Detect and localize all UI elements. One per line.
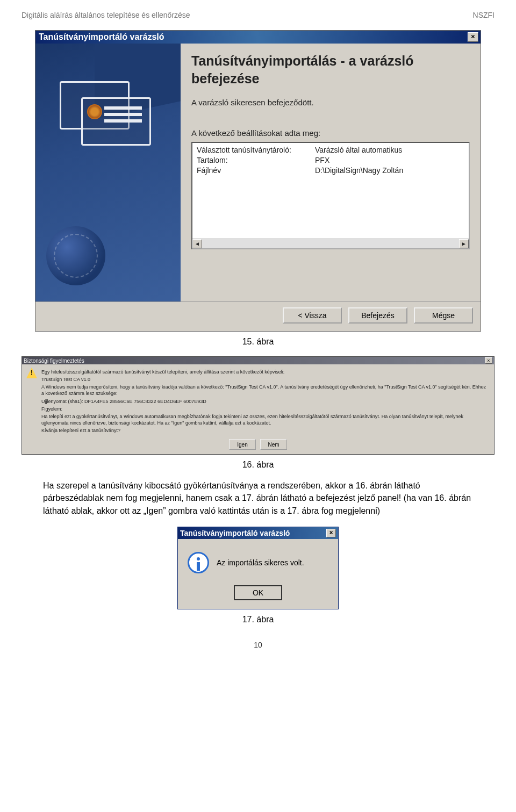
msgbox-titlebar: Tanúsítványimportáló varázsló ×: [178, 527, 338, 539]
wizard-titlebar: Tanúsítványimportáló varázsló ×: [35, 31, 481, 44]
doc-header-right: NSZFI: [473, 11, 494, 19]
list-item: Fájlnév D:\DigitalSign\Nagy Zoltán: [192, 166, 469, 176]
import-success-dialog: Tanúsítványimportáló varázsló × Az impor…: [177, 527, 339, 609]
ok-button[interactable]: OK: [234, 585, 282, 600]
security-line: TrustSign Test CA v1.0: [41, 376, 490, 383]
scroll-right-icon[interactable]: ►: [459, 239, 469, 248]
setting-key: Tartalom:: [197, 155, 315, 166]
wizard-settings-listbox: Választott tanúsítványtároló: Varázsló á…: [191, 142, 470, 249]
info-icon: [188, 552, 209, 573]
security-line: Figyelem:: [41, 406, 490, 412]
wizard-side-graphic: [35, 44, 181, 301]
horizontal-scrollbar[interactable]: ◄ ►: [192, 239, 469, 248]
figure-caption-16: 16. ábra: [22, 460, 494, 470]
page-number: 10: [22, 641, 494, 649]
msgbox-title-text: Tanúsítványimportáló varázsló: [180, 529, 326, 537]
doc-header-left: Digitális aláírás általános telepítése é…: [22, 11, 190, 19]
security-warning-dialog: Biztonsági figyelmeztetés × Egy hitelesí…: [22, 356, 494, 455]
msgbox-text: Az importálás sikeres volt.: [217, 558, 304, 567]
document-header: Digitális aláírás általános telepítése é…: [22, 11, 494, 19]
setting-value: PFX: [315, 155, 464, 166]
security-message-text: Egy hitelesítésszolgáltatótól származó t…: [41, 368, 490, 435]
list-item: Választott tanúsítványtároló: Varázsló á…: [192, 145, 469, 155]
security-line: Ha telepíti ezt a gyökértanúsítványt, a …: [41, 413, 490, 426]
back-button[interactable]: < Vissza: [283, 307, 342, 324]
certificate-icon: [60, 81, 151, 148]
yes-button[interactable]: Igen: [229, 439, 256, 450]
wizard-title-text: Tanúsítványimportáló varázsló: [38, 32, 468, 42]
wizard-main-panel: Tanúsítványimportálás - a varázsló befej…: [181, 44, 481, 301]
close-icon[interactable]: ×: [326, 529, 336, 537]
setting-value: Varázsló által automatikus: [315, 145, 464, 155]
security-line: A Windows nem tudja megerősíteni, hogy a…: [41, 384, 490, 397]
warning-icon: [26, 368, 37, 378]
security-line: Ujjlenyomat (sha1): DF1A4FE5 28556C6E 75…: [41, 398, 490, 405]
wizard-settings-intro: A következő beállításokat adta meg:: [191, 128, 470, 138]
setting-key: Fájlnév: [197, 166, 315, 176]
seal-icon: [46, 226, 105, 285]
setting-key: Választott tanúsítványtároló:: [197, 145, 315, 155]
wizard-heading: Tanúsítványimportálás - a varázsló befej…: [191, 52, 470, 87]
wizard-button-row: < Vissza Befejezés Mégse: [35, 301, 481, 331]
scrollbar-track[interactable]: [202, 239, 459, 248]
security-line: Kívánja telepíteni ezt a tanúsítványt?: [41, 427, 490, 434]
close-icon[interactable]: ×: [468, 32, 478, 42]
security-titlebar: Biztonsági figyelmeztetés ×: [22, 357, 494, 364]
security-button-row: Igen Nem: [22, 437, 494, 454]
figure-caption-17: 17. ábra: [22, 615, 494, 624]
scroll-left-icon[interactable]: ◄: [192, 239, 202, 248]
body-paragraph: Ha szerepel a tanúsítvány kibocsátó gyök…: [43, 479, 473, 517]
close-icon[interactable]: ×: [485, 357, 492, 364]
wizard-complete-text: A varázsló sikeresen befejeződött.: [191, 98, 470, 107]
security-title-text: Biztonsági figyelmeztetés: [24, 358, 485, 364]
security-line: Egy hitelesítésszolgáltatótól származó t…: [41, 369, 490, 375]
figure-caption-15: 15. ábra: [22, 337, 494, 347]
finish-button[interactable]: Befejezés: [348, 307, 407, 324]
cancel-button[interactable]: Mégse: [414, 307, 473, 324]
msgbox-button-row: OK: [178, 582, 338, 609]
cert-import-wizard-dialog: Tanúsítványimportáló varázsló × Tanúsítv…: [35, 30, 481, 332]
no-button[interactable]: Nem: [260, 439, 287, 450]
wizard-settings-rows: Választott tanúsítványtároló: Varázsló á…: [192, 143, 469, 239]
setting-value: D:\DigitalSign\Nagy Zoltán: [315, 166, 464, 176]
list-item: Tartalom: PFX: [192, 155, 469, 166]
